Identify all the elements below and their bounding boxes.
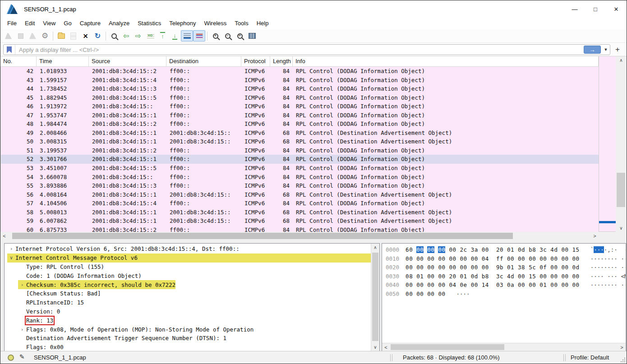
- scroll-up-icon[interactable]: ∧: [371, 244, 379, 251]
- add-filter-button[interactable]: +: [612, 44, 623, 55]
- go-to-packet-button[interactable]: [144, 30, 157, 41]
- filter-history-caret[interactable]: ▼: [602, 45, 610, 55]
- menu-item-file[interactable]: File: [3, 18, 21, 29]
- packet-list-horizontal-scrollbar[interactable]: < >: [0, 232, 599, 240]
- scrollbar-thumb[interactable]: [12, 233, 513, 239]
- packet-row-50[interactable]: 503.0083152001:db8:3c4d:15::12001:db8:3c…: [1, 137, 599, 146]
- capture-comment-icon[interactable]: ✎: [19, 353, 25, 360]
- column-header-length[interactable]: Length: [270, 56, 293, 66]
- packet-row-58[interactable]: 585.0080132001:db8:3c4d:15::12001:db8:3c…: [1, 208, 599, 217]
- packet-row-51[interactable]: 513.1995372001:db8:3c4d:15::2ff00::ICMPv…: [1, 146, 599, 155]
- menu-item-telephony[interactable]: Telephony: [165, 18, 200, 29]
- packet-row-48[interactable]: 481.9844742001:db8:3c4d:15::2ff00::ICMPv…: [1, 120, 599, 129]
- resize-columns-button[interactable]: [246, 30, 258, 41]
- collapsed-icon[interactable]: ›: [18, 282, 26, 288]
- scroll-down-icon[interactable]: ∨: [616, 224, 627, 232]
- menu-item-wireless[interactable]: Wireless: [200, 18, 231, 29]
- detail-line-0[interactable]: ›Internet Protocol Version 6, Src: 2001:…: [5, 244, 371, 253]
- packet-row-46[interactable]: 461.9139722001:db8:3c4d:15::ff00::ICMPv6…: [1, 102, 599, 111]
- menu-item-go[interactable]: Go: [60, 18, 75, 29]
- minimize-button[interactable]: —: [564, 0, 585, 18]
- expert-info-icon[interactable]: [8, 355, 14, 361]
- collapsed-icon[interactable]: ›: [7, 246, 15, 252]
- scroll-down-icon[interactable]: ∨: [371, 343, 379, 351]
- packet-row-45[interactable]: 451.8829452001:db8:3c4d:15::5ff00::ICMPv…: [1, 93, 599, 102]
- scroll-left-icon[interactable]: <: [0, 232, 8, 240]
- restart-capture-button[interactable]: [27, 30, 39, 41]
- detail-line-9[interactable]: ›Flags: 0x08, Mode of Operation (MOP): N…: [5, 325, 371, 334]
- packet-row-44[interactable]: 441.7384522001:db8:3c4d:15::3ff00::ICMPv…: [1, 84, 599, 93]
- column-header-protocol[interactable]: Protocol: [241, 56, 270, 66]
- scrollbar-thumb[interactable]: [391, 344, 504, 350]
- scroll-right-icon[interactable]: >: [618, 343, 626, 351]
- scrollbar-thumb[interactable]: [617, 173, 625, 207]
- packet-row-42[interactable]: 421.0189332001:db8:3c4d:15::2ff00::ICMPv…: [1, 67, 599, 76]
- packet-list-vertical-scrollbar[interactable]: ∧ ∨: [616, 56, 627, 232]
- resize-grip[interactable]: [621, 358, 625, 362]
- scroll-up-icon[interactable]: ∧: [616, 56, 627, 64]
- menu-item-capture[interactable]: Capture: [76, 18, 105, 29]
- detail-line-7[interactable]: Version: 0: [5, 307, 371, 316]
- detail-line-1[interactable]: ∨Internet Control Message Protocol v6: [5, 253, 371, 263]
- title-bar[interactable]: SENSOR_1_1.pcap —□✕: [0, 0, 627, 18]
- packet-row-59[interactable]: 596.0078622001:db8:3c4d:15::12001:db8:3c…: [1, 217, 599, 226]
- detail-line-11[interactable]: Flags: 0x00: [5, 343, 371, 351]
- bytes-horizontal-scrollbar[interactable]: < >: [382, 343, 626, 351]
- column-header-source[interactable]: Source: [89, 56, 166, 66]
- close-button[interactable]: ✕: [606, 0, 627, 18]
- status-profile[interactable]: Profile: Default: [571, 354, 609, 361]
- zoom-out-button[interactable]: −: [221, 30, 234, 41]
- go-first-button[interactable]: [157, 30, 169, 41]
- detail-line-5[interactable]: [Checksum Status: Bad]: [5, 289, 371, 298]
- menu-item-statistics[interactable]: Statistics: [134, 18, 165, 29]
- packet-row-53[interactable]: 533.4510072001:db8:3c4d:15::5ff00::ICMPv…: [1, 164, 599, 173]
- packet-row-54[interactable]: 543.6600782001:db8:3c4d:15::ff00::ICMPv6…: [1, 173, 599, 182]
- scrollbar-thumb[interactable]: [372, 253, 378, 341]
- packet-row-56[interactable]: 564.0081642001:db8:3c4d:15::12001:db8:3c…: [1, 190, 599, 199]
- intelligent-scrollbar-minimap[interactable]: [599, 56, 616, 232]
- reload-file-button[interactable]: [92, 30, 104, 41]
- menu-item-analyze[interactable]: Analyze: [105, 18, 134, 29]
- scroll-left-icon[interactable]: <: [382, 343, 390, 351]
- menu-item-tools[interactable]: Tools: [231, 18, 252, 29]
- packet-row-47[interactable]: 471.9537472001:db8:3c4d:15::1ff00::ICMPv…: [1, 111, 599, 120]
- packet-row-52[interactable]: 523.3017662001:db8:3c4d:15::1ff00::ICMPv…: [1, 155, 599, 164]
- go-forward-button[interactable]: [132, 30, 144, 41]
- expanded-icon[interactable]: ∨: [7, 255, 15, 261]
- detail-line-2[interactable]: Type: RPL Control (155): [5, 263, 371, 272]
- detail-line-6[interactable]: RPLInstanceID: 15: [5, 298, 371, 307]
- capture-options-button[interactable]: [39, 30, 51, 41]
- detail-line-3[interactable]: Code: 1 (DODAG Information Object): [5, 271, 371, 280]
- filter-bookmark-button[interactable]: [4, 45, 15, 55]
- packet-row-57[interactable]: 574.1045062001:db8:3c4d:15::4ff00::ICMPv…: [1, 199, 599, 208]
- column-header-info[interactable]: Info: [293, 56, 599, 66]
- zoom-in-button[interactable]: +: [209, 30, 221, 41]
- detail-line-10[interactable]: Destination Advertisement Trigger Sequen…: [5, 334, 371, 343]
- column-header-no[interactable]: No.: [0, 56, 37, 66]
- packet-bytes-pane[interactable]: 000060 00 00 00 00 2c 3a 00 20 01 0d b8 …: [382, 243, 626, 351]
- start-capture-button[interactable]: [2, 30, 14, 41]
- packet-row-55[interactable]: 553.8938862001:db8:3c4d:15::3ff00::ICMPv…: [1, 181, 599, 190]
- column-header-time[interactable]: Time: [37, 56, 89, 66]
- find-packet-button[interactable]: [108, 30, 120, 41]
- save-file-button[interactable]: 010: [67, 30, 79, 41]
- apply-filter-button[interactable]: →: [584, 46, 601, 54]
- zoom-reset-button[interactable]: =: [234, 30, 246, 41]
- details-vertical-scrollbar[interactable]: ∧ ∨: [371, 244, 379, 351]
- column-header-destination[interactable]: Destination: [166, 56, 241, 66]
- packet-row-43[interactable]: 431.5991572001:db8:3c4d:15::4ff00::ICMPv…: [1, 76, 599, 85]
- detail-line-8[interactable]: Rank: 13: [5, 316, 371, 325]
- go-last-button[interactable]: [169, 30, 181, 41]
- scroll-right-icon[interactable]: >: [591, 232, 599, 240]
- open-file-button[interactable]: [55, 30, 67, 41]
- colorize-button[interactable]: [193, 30, 205, 41]
- detail-line-4[interactable]: ›Checksum: 0x385c incorrect, should be 0…: [5, 280, 371, 289]
- packet-row-60[interactable]: 606.8757332001:db8:3c4d:15::2ff00::ICMPv…: [1, 226, 599, 232]
- packet-row-49[interactable]: 492.0084662001:db8:3c4d:15::12001:db8:3c…: [1, 129, 599, 138]
- auto-scroll-button[interactable]: [181, 30, 193, 41]
- menu-item-help[interactable]: Help: [253, 18, 273, 29]
- collapsed-icon[interactable]: ›: [18, 327, 26, 332]
- stop-capture-button[interactable]: [14, 30, 27, 41]
- close-file-button[interactable]: [79, 30, 92, 41]
- go-back-button[interactable]: [120, 30, 132, 41]
